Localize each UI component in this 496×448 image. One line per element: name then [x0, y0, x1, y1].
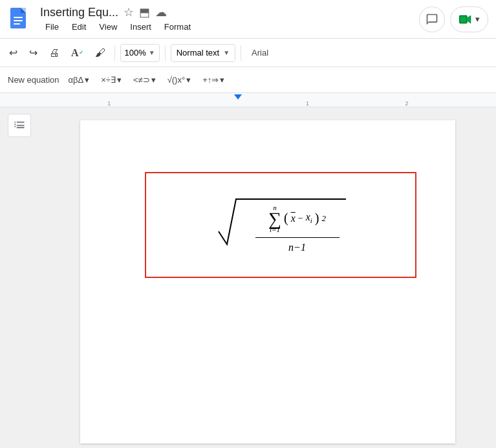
arrows-chevron-icon: ▾	[220, 75, 224, 85]
ruler-marker-3: 2	[405, 100, 408, 107]
close-paren: )	[315, 211, 319, 226]
math-button[interactable]: √()x° ▾	[165, 74, 194, 86]
math-label: √()x°	[167, 75, 186, 85]
outline-icon[interactable]	[8, 114, 31, 137]
zoom-value: 100%	[125, 48, 146, 58]
spellcheck-button[interactable]: A✓	[67, 45, 87, 61]
sum-notation: n ∑ i=1	[268, 204, 281, 233]
svg-rect-7	[460, 16, 466, 22]
zoom-chevron-icon: ▼	[149, 49, 155, 56]
title-area: Inserting Equ... ☆ ⬒ ☁ File Edit View In…	[40, 5, 419, 33]
separator-1	[114, 45, 115, 61]
fraction: n ∑ i=1 ( x − xi	[255, 204, 340, 254]
undo-button[interactable]: ↩	[5, 44, 21, 61]
paint-format-button[interactable]: 🖌	[91, 45, 109, 61]
x-bar: x	[291, 213, 296, 224]
menu-insert[interactable]: Insert	[125, 21, 156, 33]
new-equation-label: New equation	[8, 75, 59, 85]
relations-button[interactable]: <≠⊃ ▾	[131, 74, 158, 86]
fraction-wrapper: n ∑ i=1 ( x − xi	[253, 198, 346, 258]
ruler-marker-2: 1	[306, 100, 309, 107]
meet-label: ▾	[475, 14, 480, 24]
menu-view[interactable]: View	[94, 21, 122, 33]
sum-lower-limit: i=1	[270, 226, 280, 233]
greek-chevron-icon: ▾	[85, 75, 89, 85]
fraction-numerator: n ∑ i=1 ( x − xi	[268, 204, 326, 236]
math-chevron-icon: ▾	[186, 75, 191, 85]
greek-label: αβΔ	[69, 75, 84, 85]
equation-toolbar: New equation αβΔ ▾ ×÷∃ ▾ <≠⊃ ▾ √()x° ▾ +…	[0, 67, 496, 93]
ruler-marker-1: 1	[107, 100, 111, 107]
doc-title-text[interactable]: Inserting Equ...	[40, 6, 118, 19]
app-icon[interactable]	[8, 6, 34, 32]
title-icons: ☆ ⬒ ☁	[124, 5, 167, 19]
fraction-bar	[255, 237, 340, 239]
paragraph-style-value: Normal text	[177, 48, 219, 58]
ruler-indicator[interactable]	[234, 94, 242, 100]
menu-edit[interactable]: Edit	[67, 21, 91, 33]
meet-button[interactable]: ▾	[450, 6, 488, 32]
operators-chevron-icon: ▾	[117, 75, 122, 85]
zoom-select[interactable]: 100% ▼	[120, 44, 160, 62]
star-button[interactable]: ☆	[124, 5, 134, 19]
menu-bar: File Edit View Insert Format	[40, 21, 419, 33]
separator-3	[241, 45, 241, 61]
style-chevron-icon: ▼	[223, 49, 230, 56]
arrows-button[interactable]: +↑⇒ ▾	[200, 74, 227, 86]
right-controls: ▾	[419, 6, 488, 32]
ruler: 1 1 2	[0, 93, 496, 107]
doc-area[interactable]: n ∑ i=1 ( x − xi	[39, 107, 496, 448]
comment-button[interactable]	[419, 6, 445, 32]
greek-button[interactable]: αβΔ ▾	[66, 74, 92, 86]
equation-display: n ∑ i=1 ( x − xi	[215, 193, 346, 257]
doc-title-row: Inserting Equ... ☆ ⬒ ☁	[40, 5, 419, 19]
separator-2	[165, 45, 166, 61]
operators-label: ×÷∃	[101, 75, 116, 85]
redo-button[interactable]: ↪	[25, 44, 41, 61]
ruler-inner: 1 1 2	[0, 93, 496, 107]
x-i: xi	[306, 211, 312, 224]
minus-sign: −	[298, 213, 303, 224]
relations-chevron-icon: ▾	[151, 75, 156, 85]
font-select[interactable]: Arial	[246, 44, 274, 62]
main-area: n ∑ i=1 ( x − xi	[0, 107, 496, 448]
fraction-denominator: n−1	[288, 239, 306, 253]
svg-rect-3	[14, 17, 23, 18]
sqrt-svg	[215, 193, 254, 257]
toolbar: ↩ ↪ 🖨 A✓ 🖌 100% ▼ Normal text ▼ Arial	[0, 39, 496, 67]
arrows-label: +↑⇒	[202, 75, 219, 85]
print-button[interactable]: 🖨	[45, 45, 63, 61]
sqrt-wrapper: n ∑ i=1 ( x − xi	[215, 193, 346, 257]
title-bar: Inserting Equ... ☆ ⬒ ☁ File Edit View In…	[0, 0, 496, 39]
equation-container[interactable]: n ∑ i=1 ( x − xi	[145, 172, 416, 278]
svg-rect-4	[14, 20, 23, 21]
exponent-2: 2	[322, 213, 327, 224]
menu-file[interactable]: File	[40, 21, 64, 33]
drive-button[interactable]: ⬒	[139, 5, 150, 19]
svg-rect-5	[14, 23, 20, 25]
paragraph-style-select[interactable]: Normal text ▼	[171, 44, 235, 62]
denominator-text: n−1	[288, 242, 306, 253]
doc-page: n ∑ i=1 ( x − xi	[80, 120, 455, 443]
cloud-button[interactable]: ☁	[155, 5, 167, 19]
font-value: Arial	[252, 48, 268, 58]
left-sidebar	[0, 107, 39, 448]
operators-button[interactable]: ×÷∃ ▾	[98, 74, 124, 86]
open-paren: (	[284, 211, 288, 226]
menu-format[interactable]: Format	[159, 21, 196, 33]
relations-label: <≠⊃	[133, 75, 150, 85]
